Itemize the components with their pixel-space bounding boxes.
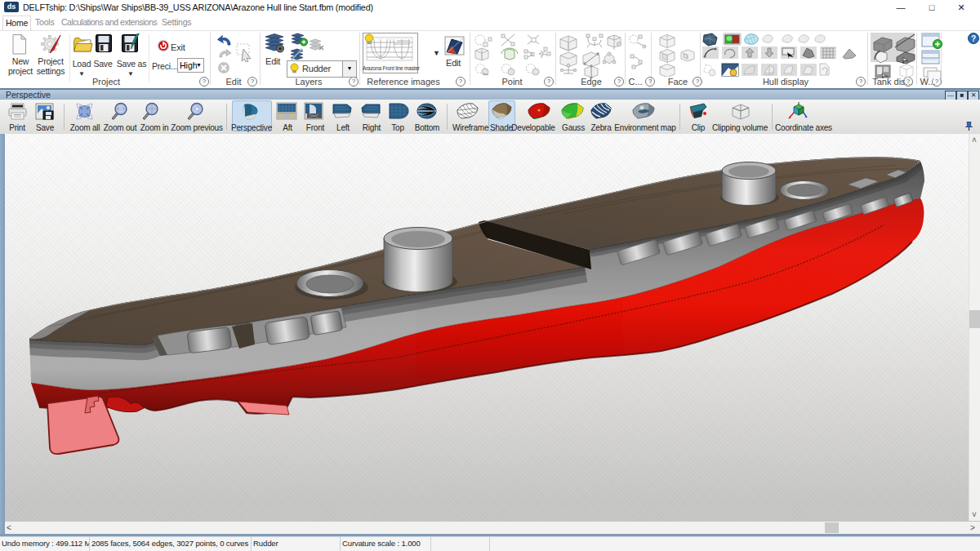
svg-text:?: ? [971, 34, 976, 43]
